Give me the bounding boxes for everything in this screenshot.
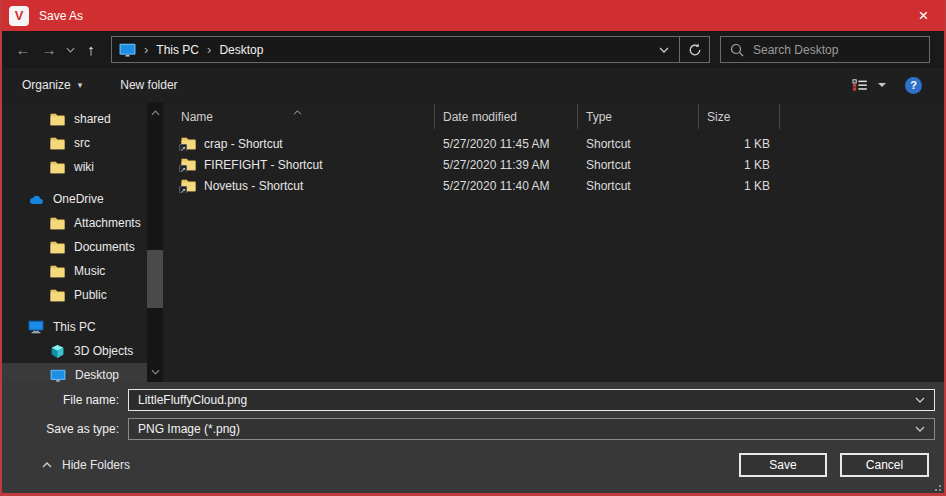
shortcut-folder-icon: ↗ bbox=[181, 179, 196, 192]
3d-cube-icon bbox=[50, 344, 65, 359]
breadcrumb-separator: › bbox=[207, 42, 211, 57]
column-header-label: Name bbox=[181, 110, 213, 124]
shortcut-arrow-icon: ↗ bbox=[179, 186, 187, 193]
file-date-modified: 5/27/2020 11:39 AM bbox=[435, 158, 578, 172]
search-box[interactable] bbox=[720, 36, 930, 63]
bottom-panel: File name: Save as type: PNG Image (*.pn… bbox=[2, 382, 944, 493]
sidebar-item-label: shared bbox=[74, 112, 111, 126]
save-as-type-row: Save as type: PNG Image (*.png) bbox=[2, 418, 944, 440]
recent-locations-chevron-icon[interactable] bbox=[62, 47, 78, 53]
scroll-up-icon[interactable] bbox=[147, 105, 163, 121]
breadcrumb-separator: › bbox=[144, 42, 148, 57]
save-as-type-select[interactable]: PNG Image (*.png) bbox=[128, 418, 935, 440]
search-icon bbox=[730, 43, 744, 57]
sidebar-group-gap bbox=[2, 179, 163, 187]
sidebar-item-music[interactable]: Music bbox=[2, 259, 147, 283]
sidebar-item-label: Public bbox=[74, 288, 107, 302]
app-badge-letter: V bbox=[15, 8, 24, 23]
details-view-icon bbox=[852, 79, 868, 91]
folder-icon bbox=[50, 289, 65, 302]
up-button[interactable]: ↑ bbox=[78, 41, 104, 58]
file-name-label: File name: bbox=[2, 393, 128, 407]
help-button[interactable]: ? bbox=[905, 77, 922, 94]
breadcrumb-desktop[interactable]: Desktop bbox=[219, 43, 263, 57]
sidebar-item-attachments[interactable]: Attachments bbox=[2, 211, 147, 235]
desktop-icon bbox=[119, 43, 136, 57]
file-date-modified: 5/27/2020 11:45 AM bbox=[435, 137, 578, 151]
navigation-pane: shared src wiki OneDrive Attachments D bbox=[2, 103, 163, 382]
save-as-type-value: PNG Image (*.png) bbox=[138, 422, 240, 436]
file-type: Shortcut bbox=[578, 179, 699, 193]
shortcut-folder-icon: ↗ bbox=[181, 137, 196, 150]
scroll-down-icon[interactable] bbox=[147, 364, 163, 380]
refresh-icon bbox=[688, 43, 702, 57]
hide-folders-button[interactable]: Hide Folders bbox=[42, 458, 130, 472]
column-header-label: Date modified bbox=[443, 110, 517, 124]
hide-folders-label: Hide Folders bbox=[62, 458, 130, 472]
main-area: shared src wiki OneDrive Attachments D bbox=[2, 103, 944, 382]
organize-button[interactable]: Organize ▾ bbox=[22, 78, 82, 92]
desktop-icon bbox=[50, 369, 66, 382]
search-input[interactable] bbox=[753, 43, 929, 57]
refresh-button[interactable] bbox=[679, 37, 709, 62]
folder-icon bbox=[50, 161, 65, 174]
column-headers: Name Date modified Type Size bbox=[163, 104, 944, 129]
sidebar-item-3d-objects[interactable]: 3D Objects bbox=[2, 339, 147, 363]
column-header-size[interactable]: Size bbox=[699, 104, 780, 129]
command-toolbar: Organize ▾ New folder ? bbox=[2, 68, 944, 103]
file-name: Novetus - Shortcut bbox=[204, 179, 303, 193]
view-mode-button[interactable] bbox=[852, 79, 887, 91]
folder-icon bbox=[50, 217, 65, 230]
sort-ascending-icon bbox=[293, 104, 302, 118]
breadcrumb-this-pc[interactable]: This PC bbox=[156, 43, 199, 57]
chevron-down-icon[interactable] bbox=[915, 426, 925, 432]
forward-button[interactable]: → bbox=[36, 41, 62, 58]
column-header-date-modified[interactable]: Date modified bbox=[435, 104, 578, 129]
onedrive-cloud-icon bbox=[28, 194, 44, 205]
sidebar-item-onedrive[interactable]: OneDrive bbox=[2, 187, 147, 211]
folder-icon bbox=[50, 137, 65, 150]
back-button[interactable]: ← bbox=[10, 41, 36, 58]
dialog-footer: Hide Folders Save Cancel bbox=[2, 453, 944, 477]
file-name-field[interactable] bbox=[128, 389, 935, 411]
sidebar-item-documents[interactable]: Documents bbox=[2, 235, 147, 259]
file-row-firefight-shortcut[interactable]: ↗ FIREFIGHT - Shortcut 5/27/2020 11:39 A… bbox=[163, 154, 944, 175]
file-name-input[interactable] bbox=[138, 393, 915, 407]
save-as-dialog: V Save As × ← → ↑ › This PC › Desktop bbox=[0, 0, 946, 496]
column-header-type[interactable]: Type bbox=[578, 104, 699, 129]
save-button[interactable]: Save bbox=[739, 453, 827, 477]
file-size: 1 KB bbox=[699, 179, 780, 193]
chevron-down-icon[interactable] bbox=[915, 397, 925, 403]
address-dropdown-chevron-icon[interactable] bbox=[649, 37, 679, 62]
close-icon[interactable]: × bbox=[901, 0, 946, 31]
sidebar-item-label: src bbox=[74, 136, 90, 150]
sidebar-scrollbar[interactable] bbox=[147, 103, 163, 382]
scrollbar-thumb[interactable] bbox=[147, 250, 163, 308]
file-row-novetus-shortcut[interactable]: ↗ Novetus - Shortcut 5/27/2020 11:40 AM … bbox=[163, 175, 944, 196]
column-header-name[interactable]: Name bbox=[163, 104, 435, 129]
cancel-button[interactable]: Cancel bbox=[840, 453, 929, 477]
titlebar[interactable]: V Save As × bbox=[0, 0, 946, 31]
file-rows: ↗ crap - Shortcut 5/27/2020 11:45 AM Sho… bbox=[163, 133, 944, 196]
file-name-row: File name: bbox=[2, 389, 944, 411]
folder-icon bbox=[50, 241, 65, 254]
new-folder-button[interactable]: New folder bbox=[120, 78, 177, 92]
sidebar-item-shared[interactable]: shared bbox=[2, 107, 147, 131]
new-folder-label: New folder bbox=[120, 78, 177, 92]
sidebar-item-wiki[interactable]: wiki bbox=[2, 155, 147, 179]
file-row-crap-shortcut[interactable]: ↗ crap - Shortcut 5/27/2020 11:45 AM Sho… bbox=[163, 133, 944, 154]
sidebar-item-src[interactable]: src bbox=[2, 131, 147, 155]
file-name: FIREFIGHT - Shortcut bbox=[204, 158, 322, 172]
address-bar[interactable]: › This PC › Desktop bbox=[111, 36, 710, 63]
sidebar-item-public[interactable]: Public bbox=[2, 283, 147, 307]
chevron-up-icon bbox=[42, 462, 52, 468]
sidebar-item-this-pc[interactable]: This PC bbox=[2, 315, 147, 339]
resize-grip[interactable] bbox=[931, 485, 933, 487]
sidebar-item-label: This PC bbox=[53, 320, 96, 334]
sidebar-item-label: 3D Objects bbox=[74, 344, 133, 358]
column-header-label: Type bbox=[586, 110, 612, 124]
sidebar-item-label: Attachments bbox=[74, 216, 141, 230]
computer-icon bbox=[28, 320, 44, 334]
sidebar-item-label: wiki bbox=[74, 160, 94, 174]
shortcut-arrow-icon: ↗ bbox=[179, 144, 187, 151]
